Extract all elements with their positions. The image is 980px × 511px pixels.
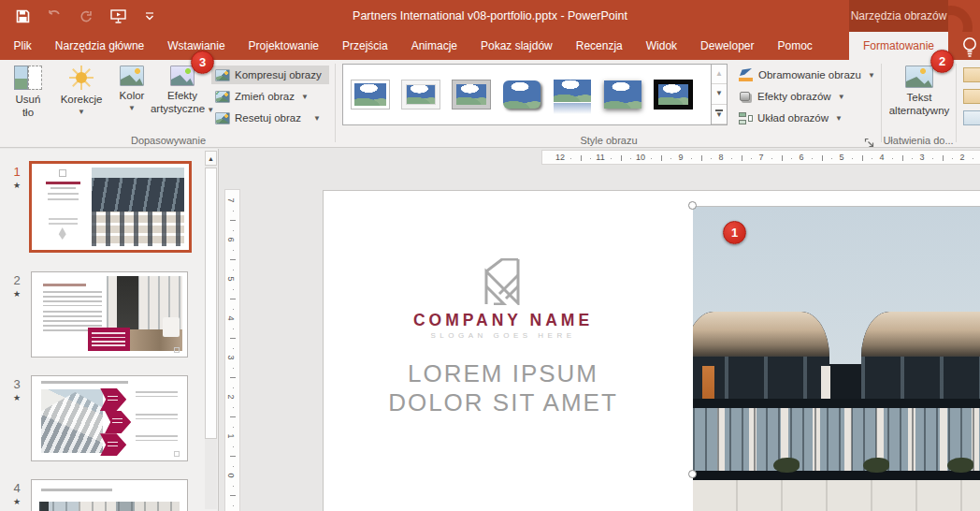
h-ruler-dot [852, 158, 853, 159]
v-ruler-number: 2 [226, 394, 236, 399]
h-ruler-dot [751, 158, 752, 159]
alt-text-icon [905, 66, 933, 88]
tab-animacje[interactable]: Animacje [399, 32, 468, 60]
slide-editing-surface[interactable]: COMPANY NAME SLOGAN GOES HERE LOREM IPSU… [323, 190, 980, 511]
scroll-up-icon[interactable]: ▲ [205, 151, 217, 166]
picture-building-lower-floor [693, 408, 980, 471]
send-backward-icon[interactable] [963, 89, 980, 104]
selection-pane-icon[interactable] [963, 110, 980, 125]
h-ruler-tick [742, 155, 742, 161]
h-ruler-tick [581, 155, 582, 161]
v-ruler-tick [230, 456, 236, 457]
button-label: Efekty obrazów [757, 91, 831, 102]
dialog-launcher-icon[interactable] [864, 135, 875, 146]
slide-meta-3: 3★ [6, 377, 28, 402]
picture-style-reflection[interactable] [550, 68, 595, 121]
tab-deweloper[interactable]: Deweloper [689, 32, 766, 60]
v-ruler-dot [233, 446, 234, 447]
v-ruler-number: 5 [226, 276, 236, 281]
picture-style-rounded-corner-shadow[interactable] [499, 68, 544, 121]
v-ruler-number: 6 [226, 237, 236, 241]
picture-style-beveled-white-frame[interactable] [398, 68, 443, 121]
company-name-text[interactable]: COMPANY NAME [363, 311, 643, 330]
picture-style-preview [604, 80, 641, 109]
picture-style-preview [352, 80, 389, 109]
picture-style-simple-white-frame[interactable] [348, 68, 393, 121]
bring-forward-icon[interactable] [963, 67, 980, 82]
tab-widok[interactable]: Widok [634, 32, 688, 60]
chevron-up-icon[interactable]: ▲ [712, 65, 727, 84]
chevron-down-icon[interactable]: ▼ [712, 84, 727, 104]
remove-background-button[interactable]: Usuń tło [6, 62, 50, 131]
tab-przejścia[interactable]: Przejścia [330, 32, 399, 60]
slide-thumbnail-3[interactable] [31, 375, 188, 461]
scrollbar-thumb[interactable] [205, 168, 217, 439]
thumbnail-scrollbar[interactable]: ▲ [205, 151, 217, 509]
picture-styles-gallery: ▲ ▼ ▼ [342, 64, 728, 125]
button-label: Korekcje [61, 94, 103, 107]
slide-thumbnail-1[interactable] [29, 161, 192, 253]
customize-quick-access-icon[interactable] [140, 7, 159, 25]
button-label: tło [22, 107, 34, 120]
button-label: Tekst [907, 92, 932, 105]
compress-pictures-icon [215, 69, 230, 81]
gallery-more-icon[interactable]: ▼ [712, 105, 727, 124]
v-ruler-dot [233, 387, 234, 388]
start-slideshow-icon[interactable] [108, 7, 127, 25]
tab-plik[interactable]: Plik [2, 32, 43, 60]
tab-projektowanie[interactable]: Projektowanie [237, 32, 330, 60]
picture-style-metal-frame[interactable] [449, 68, 494, 121]
picture-style-preview [554, 80, 591, 102]
artistic-effects-icon [170, 66, 195, 86]
slide-title-line1[interactable]: LOREM IPSUM [335, 359, 671, 388]
h-ruler-tick [701, 155, 702, 161]
picture-effects-icon [739, 91, 753, 103]
v-ruler-tick [230, 259, 236, 260]
lightbulb-icon[interactable] [961, 36, 980, 58]
compress-pictures-button[interactable]: Kompresuj obrazy [211, 66, 329, 84]
selection-handle-middle-left[interactable] [688, 470, 697, 478]
change-picture-button[interactable]: ⟳ Zmień obraz ▼ [211, 87, 329, 106]
slide-thumbnail-4[interactable] [31, 479, 188, 511]
chevron-down-icon: ▼ [835, 114, 843, 123]
picture-effects-button[interactable]: Efekty obrazów ▼ [735, 87, 875, 106]
tab-pokaz-slajdów[interactable]: Pokaz slajdów [469, 32, 565, 60]
picture-border-button[interactable]: Obramowanie obrazu ▼ [735, 66, 875, 84]
slide-thumbnail-2[interactable] [31, 271, 188, 358]
chevron-down-icon: ▼ [838, 93, 845, 101]
ribbon: Usuń tło Korekcje ▼ Kolor ▼ Efekty artys… [0, 60, 980, 148]
selected-picture[interactable] [693, 206, 980, 511]
h-ruler-dot [932, 158, 933, 159]
h-ruler-tick [902, 155, 903, 161]
animation-star-icon: ★ [6, 393, 28, 402]
slide-meta-1: 1★ [6, 165, 28, 190]
selection-handle-top-left[interactable] [688, 201, 697, 210]
slogan-text[interactable]: SLOGAN GOES HERE [363, 331, 643, 340]
gallery-scrollbar: ▲ ▼ ▼ [711, 65, 727, 124]
tab-pomoc[interactable]: Pomoc [766, 32, 824, 60]
save-icon[interactable] [13, 7, 32, 25]
undo-icon[interactable] [45, 7, 64, 25]
h-ruler-number: 10 [636, 153, 645, 162]
titlebar: Partners International v08-portfolio.ppt… [0, 0, 980, 32]
redo-icon[interactable] [77, 7, 95, 25]
color-button[interactable]: Kolor ▼ [110, 62, 153, 131]
corrections-button[interactable]: Korekcje ▼ [54, 62, 108, 131]
reset-picture-button[interactable]: ↩ Resetuj obraz ▼ [211, 109, 329, 127]
slide-number: 2 [6, 273, 28, 287]
slide-title-line2[interactable]: DOLOR SIT AMET [335, 388, 671, 417]
picture-style-center-shadow[interactable] [600, 68, 645, 121]
v-ruler-dot [233, 368, 234, 369]
picture-style-thick-black-frame[interactable] [651, 68, 696, 121]
tab-recenzja[interactable]: Recenzja [564, 32, 634, 60]
tab-narzędzia-główne[interactable]: Narzędzia główne [43, 32, 155, 60]
v-ruler-tick [230, 220, 236, 221]
picture-building-ledge [693, 471, 980, 480]
picture-layout-button[interactable]: Układ obrazów ▼ [735, 109, 875, 127]
h-ruler-number: 11 [596, 153, 604, 162]
picture-building-base [693, 480, 980, 511]
horizontal-ruler: 1211109876543210123 [541, 150, 980, 165]
picture-layout-icon [739, 112, 753, 124]
h-ruler-dot [630, 158, 631, 159]
slide-number: 1 [6, 165, 28, 179]
